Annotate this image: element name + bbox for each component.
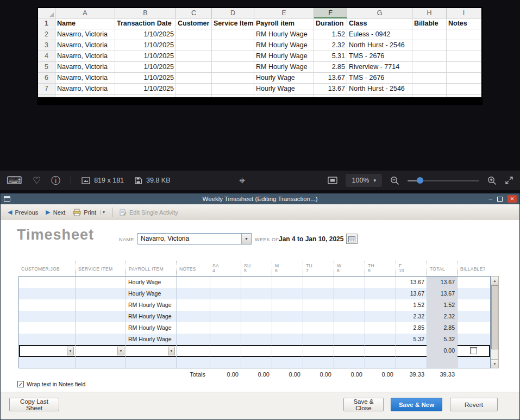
- cell-customer-job[interactable]: [19, 311, 76, 322]
- cell-day-su[interactable]: [241, 299, 272, 311]
- maximize-button[interactable]: [497, 197, 503, 202]
- cell-day-f[interactable]: 2.85: [396, 322, 427, 334]
- cell-payroll-item[interactable]: RM Hourly Wage: [126, 322, 177, 334]
- cell-day-f[interactable]: [396, 345, 427, 357]
- cell-day-f[interactable]: 2.32: [396, 311, 427, 322]
- cell-day-f[interactable]: 5.32: [396, 334, 427, 345]
- cell-day-su[interactable]: [241, 311, 272, 322]
- grid-scrollbar[interactable]: ▲ ▼: [491, 276, 499, 368]
- window-title-bar[interactable]: Weekly Timesheet (Editing Transaction...…: [1, 193, 519, 204]
- cell-day-su[interactable]: [241, 288, 272, 299]
- cell-day-sa[interactable]: [210, 311, 241, 322]
- crosshair-icon[interactable]: ⌖: [239, 175, 245, 186]
- cell-billable[interactable]: [458, 345, 490, 357]
- customer-job-dropdown-button[interactable]: ▼: [67, 347, 74, 355]
- cell-customer-job[interactable]: [19, 288, 76, 299]
- cell-payroll-item[interactable]: Hourly Wage: [126, 288, 177, 299]
- cell-notes[interactable]: [177, 299, 210, 311]
- cell-day-m[interactable]: [272, 322, 303, 334]
- name-dropdown-button[interactable]: ▼: [241, 234, 251, 244]
- wrap-text-checkbox[interactable]: ✓: [17, 381, 24, 387]
- cell-notes[interactable]: [177, 277, 210, 288]
- cell-service-item[interactable]: [76, 288, 126, 299]
- cell-customer-job[interactable]: [19, 299, 76, 311]
- cell-day-su[interactable]: [241, 334, 272, 345]
- name-dropdown[interactable]: Navarro, Victoria ▼: [137, 233, 252, 245]
- cell-day-sa[interactable]: [210, 299, 241, 311]
- timesheet-row[interactable]: RM Hourly Wage 5.32 5.32: [19, 334, 490, 345]
- cell-day-th[interactable]: [365, 299, 396, 311]
- fit-screen-icon[interactable]: [328, 177, 337, 184]
- close-button[interactable]: ✕: [508, 195, 517, 203]
- next-button[interactable]: ▶ Next: [42, 208, 69, 217]
- cell-day-sa[interactable]: [210, 277, 241, 288]
- cell-notes[interactable]: [177, 345, 210, 357]
- cell-day-sa[interactable]: [210, 288, 241, 299]
- cell-day-tu[interactable]: [303, 345, 334, 357]
- cell-day-th[interactable]: [365, 311, 396, 322]
- timesheet-editing-row[interactable]: ▼ ▼ ▼ 0.00: [19, 345, 490, 357]
- cell-day-f[interactable]: 1.52: [396, 299, 427, 311]
- previous-button[interactable]: ◀ Previous: [4, 208, 42, 217]
- edit-single-activity-button[interactable]: Edit Single Activity: [116, 207, 182, 217]
- cell-service-item[interactable]: [76, 334, 126, 345]
- cell-day-su[interactable]: [241, 345, 272, 357]
- revert-button[interactable]: Revert: [450, 398, 498, 411]
- minimize-button[interactable]: ─: [489, 197, 492, 202]
- service-item-dropdown-button[interactable]: ▼: [117, 347, 124, 355]
- timesheet-row[interactable]: RM Hourly Wage 1.52 1.52: [19, 299, 490, 311]
- cell-customer-job[interactable]: ▼: [19, 345, 76, 357]
- scrollbar-thumb[interactable]: [491, 285, 498, 349]
- cell-day-m[interactable]: [272, 334, 303, 345]
- scroll-up-button[interactable]: ▲: [491, 277, 498, 285]
- cell-billable[interactable]: [458, 277, 490, 288]
- cell-billable[interactable]: [458, 299, 490, 311]
- cell-day-w[interactable]: [334, 322, 365, 334]
- info-icon[interactable]: ⓘ: [51, 176, 60, 185]
- cell-day-su[interactable]: [241, 277, 272, 288]
- cell-payroll-item[interactable]: RM Hourly Wage: [126, 334, 177, 345]
- cell-notes[interactable]: [177, 334, 210, 345]
- cell-service-item[interactable]: [76, 322, 126, 334]
- cell-day-th[interactable]: [365, 277, 396, 288]
- print-dropdown-caret[interactable]: ▾: [100, 210, 105, 215]
- zoom-slider[interactable]: [408, 177, 479, 184]
- cell-day-tu[interactable]: [303, 311, 334, 322]
- payroll-item-dropdown-button[interactable]: ▼: [168, 347, 175, 355]
- cell-payroll-item[interactable]: ▼: [126, 345, 177, 357]
- cell-billable[interactable]: [458, 288, 490, 299]
- cell-customer-job[interactable]: [19, 322, 76, 334]
- cell-payroll-item[interactable]: RM Hourly Wage: [126, 311, 177, 322]
- cell-day-w[interactable]: [334, 345, 365, 357]
- cell-day-f[interactable]: 13.67: [396, 277, 427, 288]
- cell-day-sa[interactable]: [210, 322, 241, 334]
- cell-day-sa[interactable]: [210, 334, 241, 345]
- cell-day-tu[interactable]: [303, 322, 334, 334]
- billable-checkbox[interactable]: [470, 347, 477, 354]
- cell-billable[interactable]: [458, 322, 490, 334]
- cell-service-item[interactable]: [76, 299, 126, 311]
- wrap-text-option[interactable]: ✓ Wrap text in Notes field: [17, 381, 85, 387]
- cell-day-m[interactable]: [272, 288, 303, 299]
- cell-customer-job[interactable]: [19, 334, 76, 345]
- cell-billable[interactable]: [458, 311, 490, 322]
- cell-day-m[interactable]: [272, 277, 303, 288]
- timesheet-row[interactable]: RM Hourly Wage 2.85 2.85: [19, 322, 490, 334]
- cell-service-item[interactable]: [76, 311, 126, 322]
- cell-customer-job[interactable]: [19, 277, 76, 288]
- cell-day-th[interactable]: [365, 322, 396, 334]
- cell-day-w[interactable]: [334, 288, 365, 299]
- zoom-out-icon[interactable]: [390, 176, 399, 185]
- copy-last-sheet-button[interactable]: Copy Last Sheet: [9, 398, 59, 411]
- calendar-button[interactable]: [346, 234, 358, 244]
- cell-day-m[interactable]: [272, 345, 303, 357]
- fullscreen-icon[interactable]: [505, 176, 513, 185]
- cell-payroll-item[interactable]: Hourly Wage: [126, 277, 177, 288]
- cell-notes[interactable]: [177, 311, 210, 322]
- cell-day-m[interactable]: [272, 311, 303, 322]
- timesheet-empty-row[interactable]: [19, 357, 490, 368]
- cell-day-th[interactable]: [365, 288, 396, 299]
- cell-notes[interactable]: [177, 322, 210, 334]
- print-button[interactable]: Print ▾: [69, 207, 109, 218]
- timesheet-row[interactable]: Hourly Wage 13.67 13.67: [19, 288, 490, 299]
